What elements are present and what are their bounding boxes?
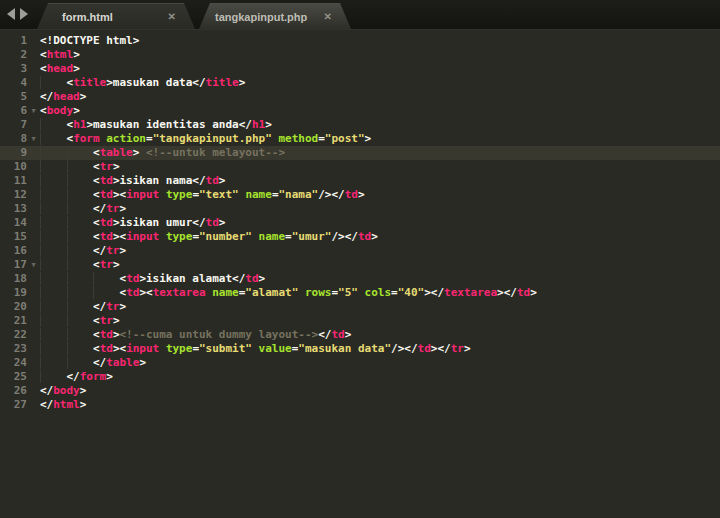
code-token-tag: input [126, 188, 159, 201]
fold-arrow-icon[interactable]: ▼ [27, 258, 40, 272]
code-token-tag: textarea [444, 286, 497, 299]
code-line[interactable]: 26</body> [0, 384, 720, 398]
line-number: 1 [0, 34, 27, 48]
code-token-tag: table [106, 356, 139, 369]
code-text: <form action="tangkapinput.php" method="… [40, 132, 371, 146]
code-line[interactable]: 19 <td><textarea name="alamat" rows="5" … [0, 286, 720, 300]
close-icon[interactable]: ✕ [324, 12, 332, 22]
code-token-string: "tangkapinput.php" [153, 132, 272, 145]
gutter: 23 [0, 342, 40, 356]
code-line[interactable]: 10 <tr> [0, 160, 720, 174]
code-area[interactable]: 1<!DOCTYPE html>2<html>3<head>4 <title>m… [0, 30, 720, 518]
code-line[interactable]: 3<head> [0, 62, 720, 76]
code-token-tag: tr [106, 202, 119, 215]
code-line[interactable]: 4 <title>masukan data</title> [0, 76, 720, 90]
code-line[interactable]: 16 </tr> [0, 244, 720, 258]
tab-form-html[interactable]: form.html ✕ [37, 3, 195, 29]
code-token-string: "text" [199, 188, 239, 201]
indent-guide [67, 258, 94, 271]
indent-guide [40, 244, 67, 257]
code-line[interactable]: 2<html> [0, 48, 720, 62]
gutter: 3 [0, 62, 40, 76]
code-line[interactable]: 5</head> [0, 90, 720, 104]
fold-arrow-icon[interactable]: ▼ [27, 104, 40, 118]
code-line[interactable]: 25 </form> [0, 370, 720, 384]
line-number: 6 [0, 104, 27, 118]
code-text: <td>isikan umur</td> [40, 216, 225, 230]
code-token-plain [159, 342, 166, 355]
code-token-tag: td [206, 216, 219, 229]
indent-guide [40, 342, 67, 355]
tab-scroll-right-icon[interactable] [20, 8, 28, 20]
code-text: <head> [40, 62, 80, 76]
line-number: 24 [0, 356, 27, 370]
code-line[interactable]: 18 <td>isikan alamat</td> [0, 272, 720, 286]
code-token-tag: body [47, 104, 74, 117]
code-text: <td><!--cuma untuk dummy layout--></td> [40, 328, 351, 342]
indent-guide [40, 356, 67, 369]
code-text: <td><input type="submit" value="masukan … [40, 342, 471, 356]
code-line[interactable]: 27</html> [0, 398, 720, 412]
code-token-tag: td [100, 230, 113, 243]
code-token-plain: < [93, 342, 100, 355]
code-token-plain: > [219, 216, 226, 229]
code-line[interactable]: 23 <td><input type="submit" value="masuk… [0, 342, 720, 356]
gutter: 13 [0, 202, 40, 216]
code-token-tag: td [100, 342, 113, 355]
fold-arrow-icon[interactable]: ▼ [27, 132, 40, 146]
code-token-attribute: rows [305, 286, 332, 299]
code-line[interactable]: 1<!DOCTYPE html> [0, 34, 720, 48]
code-line[interactable]: 20 </tr> [0, 300, 720, 314]
code-token-plain: </ [93, 356, 106, 369]
gutter: 2 [0, 48, 40, 62]
indent-guide [40, 230, 67, 243]
code-line[interactable]: 6▼<body> [0, 104, 720, 118]
code-token-plain [252, 230, 259, 243]
code-line[interactable]: 15 <td><input type="number" name="umur"/… [0, 230, 720, 244]
line-number: 5 [0, 90, 27, 104]
code-line[interactable]: 11 <td>isikan nama</td> [0, 174, 720, 188]
close-icon[interactable]: ✕ [168, 12, 176, 22]
code-token-plain: >isikan alamat</ [139, 272, 245, 285]
code-line[interactable]: 14 <td>isikan umur</td> [0, 216, 720, 230]
code-token-tag: tr [106, 244, 119, 257]
code-line[interactable]: 12 <td><input type="text" name="nama"/><… [0, 188, 720, 202]
code-line[interactable]: 13 </tr> [0, 202, 720, 216]
line-number: 14 [0, 216, 27, 230]
code-line[interactable]: 17▼ <tr> [0, 258, 720, 272]
indent-guide [40, 160, 67, 173]
code-text: <td><input type="number" name="umur"/></… [40, 230, 378, 244]
code-token-plain: > [120, 244, 127, 257]
code-token-attribute: name [259, 230, 286, 243]
line-number: 27 [0, 398, 27, 412]
code-line[interactable]: 21 <tr> [0, 314, 720, 328]
line-number: 8 [0, 132, 27, 146]
gutter: 4 [0, 76, 40, 90]
code-text: </tr> [40, 244, 126, 258]
code-token-plain: > [259, 272, 266, 285]
code-token-plain: = [391, 286, 398, 299]
code-token-plain: > [120, 202, 127, 215]
code-token-plain: < [40, 104, 47, 117]
line-number: 26 [0, 384, 27, 398]
code-token-tag: table [100, 146, 133, 159]
code-line-current[interactable]: 9 <table> <!--untuk melayout--> [0, 146, 720, 160]
indent-guide [40, 272, 67, 285]
code-line[interactable]: 8▼ <form action="tangkapinput.php" metho… [0, 132, 720, 146]
code-token-plain [298, 286, 305, 299]
tab-label: form.html [62, 11, 113, 23]
tab-tangkapinput-php[interactable]: tangkapinput.php ✕ [199, 3, 351, 29]
code-token-attribute: name [212, 286, 239, 299]
tab-scroll-left-icon[interactable] [7, 8, 15, 20]
code-token-tag: tr [106, 300, 119, 313]
code-token-tag: tr [100, 258, 113, 271]
code-token-plain: < [40, 48, 47, 61]
code-token-tag: title [206, 76, 239, 89]
code-line[interactable]: 22 <td><!--cuma untuk dummy layout--></t… [0, 328, 720, 342]
code-line[interactable]: 24 </table> [0, 356, 720, 370]
line-number: 20 [0, 300, 27, 314]
code-token-plain: >< [139, 286, 152, 299]
code-line[interactable]: 7 <h1>masukan identitas anda</h1> [0, 118, 720, 132]
code-token-attribute: type [166, 230, 193, 243]
code-token-plain: < [93, 160, 100, 173]
